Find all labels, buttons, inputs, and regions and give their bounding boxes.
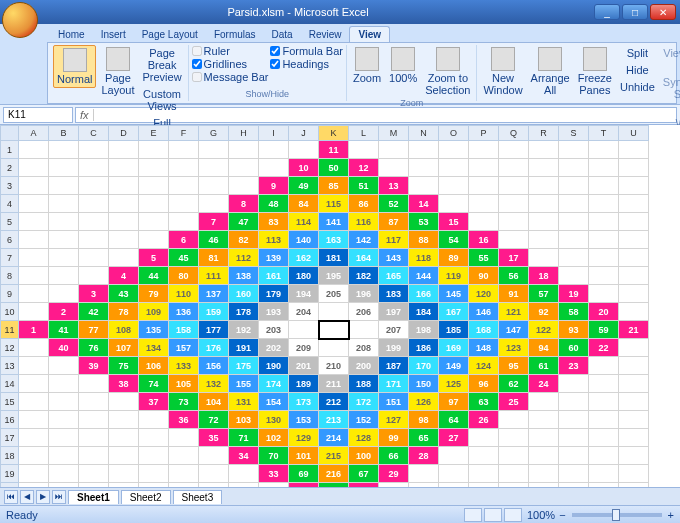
arrange-all-button[interactable]: Arrange All [528, 45, 573, 98]
cell-F17[interactable] [169, 429, 199, 447]
cell-C9[interactable]: 3 [79, 285, 109, 303]
cell-Q19[interactable] [499, 465, 529, 483]
cell-C16[interactable] [79, 411, 109, 429]
cell-M18[interactable]: 66 [379, 447, 409, 465]
row-header-18[interactable]: 18 [1, 447, 19, 465]
cell-P3[interactable] [469, 177, 499, 195]
cell-Q11[interactable]: 147 [499, 321, 529, 339]
cell-Q4[interactable] [499, 195, 529, 213]
cell-I12[interactable]: 202 [259, 339, 289, 357]
cell-P19[interactable] [469, 465, 499, 483]
cell-N1[interactable] [409, 141, 439, 159]
cell-L10[interactable]: 206 [349, 303, 379, 321]
cell-M14[interactable]: 171 [379, 375, 409, 393]
cell-E1[interactable] [139, 141, 169, 159]
cell-I19[interactable]: 33 [259, 465, 289, 483]
sheet-nav-1[interactable]: ◀ [20, 490, 34, 504]
row-header-17[interactable]: 17 [1, 429, 19, 447]
cell-P20[interactable] [469, 483, 499, 488]
cell-K12[interactable] [319, 339, 349, 357]
cell-B13[interactable] [49, 357, 79, 375]
cell-R2[interactable] [529, 159, 559, 177]
cell-G14[interactable]: 132 [199, 375, 229, 393]
cell-L3[interactable]: 51 [349, 177, 379, 195]
cell-P7[interactable]: 55 [469, 249, 499, 267]
cell-D2[interactable] [109, 159, 139, 177]
row-header-1[interactable]: 1 [1, 141, 19, 159]
cell-Q9[interactable]: 91 [499, 285, 529, 303]
cell-R5[interactable] [529, 213, 559, 231]
cell-T12[interactable]: 22 [589, 339, 619, 357]
cell-T5[interactable] [589, 213, 619, 231]
office-button[interactable] [2, 2, 38, 38]
cell-N15[interactable]: 126 [409, 393, 439, 411]
cell-N10[interactable]: 184 [409, 303, 439, 321]
cell-N5[interactable]: 53 [409, 213, 439, 231]
cell-B6[interactable] [49, 231, 79, 249]
cell-K19[interactable]: 216 [319, 465, 349, 483]
zoom-selection-button[interactable]: Zoom to Selection [422, 45, 473, 98]
cell-G17[interactable]: 35 [199, 429, 229, 447]
cell-O17[interactable]: 27 [439, 429, 469, 447]
cell-U10[interactable] [619, 303, 649, 321]
cell-R11[interactable]: 122 [529, 321, 559, 339]
cell-H16[interactable]: 103 [229, 411, 259, 429]
cell-I9[interactable]: 179 [259, 285, 289, 303]
cell-E4[interactable] [139, 195, 169, 213]
cell-Q18[interactable] [499, 447, 529, 465]
cell-F19[interactable] [169, 465, 199, 483]
cell-E12[interactable]: 134 [139, 339, 169, 357]
cell-M2[interactable] [379, 159, 409, 177]
cell-Q15[interactable]: 25 [499, 393, 529, 411]
cell-T2[interactable] [589, 159, 619, 177]
cell-H5[interactable]: 47 [229, 213, 259, 231]
cell-R7[interactable] [529, 249, 559, 267]
cell-A14[interactable] [19, 375, 49, 393]
cell-B8[interactable] [49, 267, 79, 285]
cell-L17[interactable]: 128 [349, 429, 379, 447]
cell-T15[interactable] [589, 393, 619, 411]
cell-D16[interactable] [109, 411, 139, 429]
cell-A4[interactable] [19, 195, 49, 213]
cell-U14[interactable] [619, 375, 649, 393]
cell-M6[interactable]: 117 [379, 231, 409, 249]
cell-F15[interactable]: 73 [169, 393, 199, 411]
cell-L11[interactable] [349, 321, 379, 339]
col-header-N[interactable]: N [409, 126, 439, 141]
freeze-panes-button[interactable]: Freeze Panes [575, 45, 615, 98]
cell-T9[interactable] [589, 285, 619, 303]
cell-B5[interactable] [49, 213, 79, 231]
close-button[interactable]: ✕ [650, 4, 676, 20]
cell-Q7[interactable]: 17 [499, 249, 529, 267]
view-layout-button[interactable] [484, 508, 502, 522]
col-header-T[interactable]: T [589, 126, 619, 141]
cell-U20[interactable] [619, 483, 649, 488]
cell-B10[interactable]: 2 [49, 303, 79, 321]
cell-C14[interactable] [79, 375, 109, 393]
cell-A18[interactable] [19, 447, 49, 465]
cell-R18[interactable] [529, 447, 559, 465]
cell-U4[interactable] [619, 195, 649, 213]
cell-O15[interactable]: 97 [439, 393, 469, 411]
select-all-corner[interactable] [1, 126, 19, 141]
cell-A20[interactable] [19, 483, 49, 488]
col-header-S[interactable]: S [559, 126, 589, 141]
row-header-11[interactable]: 11 [1, 321, 19, 339]
cell-D12[interactable]: 107 [109, 339, 139, 357]
cell-A2[interactable] [19, 159, 49, 177]
cell-K15[interactable]: 212 [319, 393, 349, 411]
cell-C5[interactable] [79, 213, 109, 231]
cell-P5[interactable] [469, 213, 499, 231]
cell-J9[interactable]: 194 [289, 285, 319, 303]
cell-S1[interactable] [559, 141, 589, 159]
cell-E8[interactable]: 44 [139, 267, 169, 285]
col-header-B[interactable]: B [49, 126, 79, 141]
cell-J12[interactable]: 209 [289, 339, 319, 357]
cell-T17[interactable] [589, 429, 619, 447]
cell-D18[interactable] [109, 447, 139, 465]
row-header-3[interactable]: 3 [1, 177, 19, 195]
col-header-M[interactable]: M [379, 126, 409, 141]
cell-J5[interactable]: 114 [289, 213, 319, 231]
cell-Q10[interactable]: 121 [499, 303, 529, 321]
tab-view[interactable]: View [349, 26, 390, 42]
